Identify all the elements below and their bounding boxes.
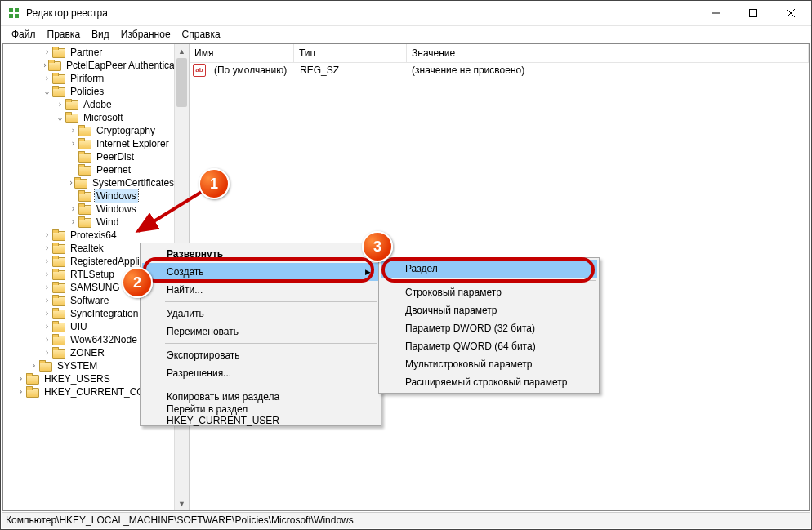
tree-item-label: Piriform [69, 72, 105, 85]
menu-file[interactable]: Файл [6, 27, 42, 42]
chevron-right-icon[interactable]: › [29, 359, 38, 372]
tree-item[interactable]: PeerDist [3, 150, 175, 163]
menu-item-label: Расширяемый строковый параметр [405, 376, 567, 388]
chevron-right-icon[interactable]: › [42, 320, 51, 333]
tree-item[interactable]: ›Adobe [3, 98, 175, 111]
menu-item-label: Развернуть [167, 248, 223, 260]
chevron-right-icon[interactable]: › [16, 385, 25, 399]
value-name: (По умолчанию) [209, 65, 295, 76]
menu-view[interactable]: Вид [86, 27, 115, 42]
chevron-right-icon[interactable]: › [69, 137, 78, 150]
tree-item-label: Peernet [95, 163, 132, 176]
tree-item-label: Microsoft [82, 111, 125, 124]
tree-item[interactable]: ›Internet Explorer [3, 137, 175, 150]
chevron-right-icon[interactable]: › [42, 294, 51, 307]
submenu-new-item[interactable]: Мультистроковый параметр [381, 355, 597, 373]
folder-icon [52, 321, 65, 332]
tree-item-label: Windows [95, 203, 138, 216]
folder-icon [52, 334, 65, 345]
context-menu-item[interactable]: Создать▶ [142, 263, 379, 281]
submenu-new-item[interactable]: Параметр QWORD (64 бита) [381, 337, 597, 355]
svg-rect-3 [15, 14, 19, 18]
context-menu-item[interactable]: Удалить [142, 305, 379, 323]
menu-item-label: Создать [167, 266, 204, 278]
chevron-down-icon[interactable]: ⌄ [56, 111, 65, 124]
tree-item[interactable]: ›Partner [3, 46, 175, 59]
chevron-right-icon[interactable]: › [42, 46, 51, 59]
menu-item-label: Двоичный параметр [405, 305, 497, 316]
menu-item-label: Параметр QWORD (64 бита) [405, 341, 536, 352]
submenu-new-item[interactable]: Раздел [381, 260, 597, 278]
tree-item[interactable]: ›SystemCertificates [3, 176, 175, 189]
minimize-button[interactable] [697, 1, 734, 25]
submenu-new-item[interactable]: Двоичный параметр [381, 301, 597, 319]
scroll-up-icon[interactable]: ▲ [175, 44, 189, 58]
chevron-right-icon[interactable]: › [69, 176, 74, 189]
folder-icon [52, 269, 65, 280]
tree-item[interactable]: Windows [3, 189, 175, 203]
tree-item[interactable]: ›Cryptography [3, 124, 175, 137]
tree-item-label: Partner [69, 46, 104, 59]
tree-item-label: Internet Explorer [95, 137, 171, 150]
tree-item-label: HKEY_USERS [42, 372, 112, 385]
chevron-right-icon[interactable]: › [42, 268, 51, 281]
chevron-right-icon[interactable]: › [42, 229, 51, 242]
context-menu-item[interactable]: Развернуть [142, 245, 379, 263]
tree-item[interactable]: ›PctelEapPeer Authentication [3, 59, 175, 72]
folder-icon [78, 164, 91, 176]
chevron-right-icon[interactable]: › [42, 307, 51, 320]
tree-item[interactable]: ›Piriform [3, 72, 175, 85]
chevron-right-icon[interactable]: › [42, 242, 51, 255]
folder-icon [52, 308, 65, 319]
chevron-right-icon[interactable]: › [42, 59, 47, 72]
menu-edit[interactable]: Правка [42, 27, 87, 42]
chevron-right-icon[interactable]: › [69, 124, 78, 137]
col-value[interactable]: Значение [407, 44, 809, 62]
scroll-down-icon[interactable]: ▼ [175, 497, 189, 510]
context-menu-item[interactable]: Перейти в раздел HKEY_CURRENT_USER [142, 406, 379, 424]
close-button[interactable] [772, 1, 810, 25]
app-icon [7, 7, 20, 20]
context-menu-item[interactable]: Найти... [142, 281, 379, 299]
submenu-new-item[interactable]: Параметр DWORD (32 бита) [381, 319, 597, 337]
list-row[interactable]: ab (По умолчанию) REG_SZ (значение не пр… [190, 63, 809, 77]
tree-item[interactable]: ›Protexis64 [3, 229, 175, 242]
list-header: Имя Тип Значение [190, 44, 809, 63]
menu-help[interactable]: Справка [176, 27, 226, 42]
chevron-right-icon[interactable]: › [42, 333, 51, 346]
submenu-new-item[interactable]: Расширяемый строковый параметр [381, 373, 597, 391]
chevron-right-icon[interactable]: › [42, 346, 51, 359]
context-menu-item[interactable]: Переименовать [142, 323, 379, 341]
svg-rect-0 [9, 8, 13, 12]
maximize-button[interactable] [734, 1, 772, 25]
tree-item[interactable]: ⌄Policies [3, 85, 175, 98]
tree-item-label: PctelEapPeer Authentication [65, 59, 175, 72]
folder-icon [52, 229, 65, 241]
chevron-right-icon[interactable]: › [16, 372, 25, 385]
tree-item-label: UIU [69, 320, 89, 333]
tree-item-label: SystemCertificates [91, 176, 175, 189]
chevron-right-icon[interactable]: › [56, 98, 65, 111]
chevron-right-icon[interactable]: › [69, 203, 78, 216]
folder-icon [78, 216, 91, 228]
tree-item[interactable]: ›Wind [3, 216, 175, 229]
col-type[interactable]: Тип [294, 44, 407, 62]
submenu-arrow-icon: ▶ [365, 268, 371, 276]
scroll-thumb[interactable] [176, 58, 187, 107]
tree-item[interactable]: Peernet [3, 163, 175, 176]
menu-favorites[interactable]: Избранное [115, 27, 176, 42]
context-menu-item[interactable]: Экспортировать [142, 346, 379, 364]
context-menu-item[interactable]: Разрешения... [142, 364, 379, 382]
window-title: Редактор реестра [26, 7, 697, 19]
tree-item[interactable]: ›Windows [3, 203, 175, 216]
submenu-new-item[interactable]: Строковый параметр [381, 283, 597, 301]
chevron-right-icon[interactable]: › [42, 255, 51, 268]
col-name[interactable]: Имя [190, 44, 294, 62]
tree-item-label: ZONER [69, 346, 106, 359]
tree-item[interactable]: ⌄Microsoft [3, 111, 175, 124]
chevron-right-icon[interactable]: › [42, 281, 51, 294]
chevron-down-icon[interactable]: ⌄ [42, 85, 51, 98]
chevron-right-icon[interactable]: › [42, 72, 51, 85]
tree-item-label: Wind [95, 216, 120, 229]
chevron-right-icon[interactable]: › [69, 216, 78, 229]
